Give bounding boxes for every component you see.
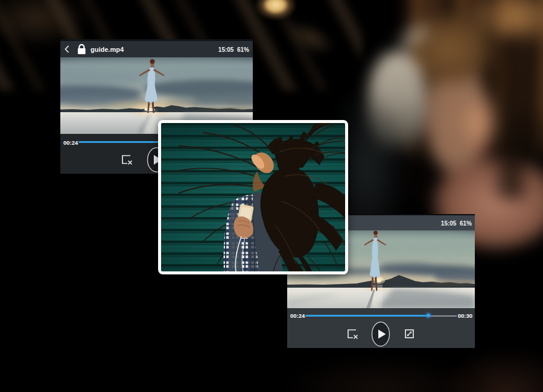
svg-text:guide.mp4: guide.mp4 [91, 46, 124, 53]
svg-text:15:05 61%: 15:05 61% [218, 46, 249, 53]
svg-text:15:05 61%: 15:05 61% [441, 220, 472, 227]
